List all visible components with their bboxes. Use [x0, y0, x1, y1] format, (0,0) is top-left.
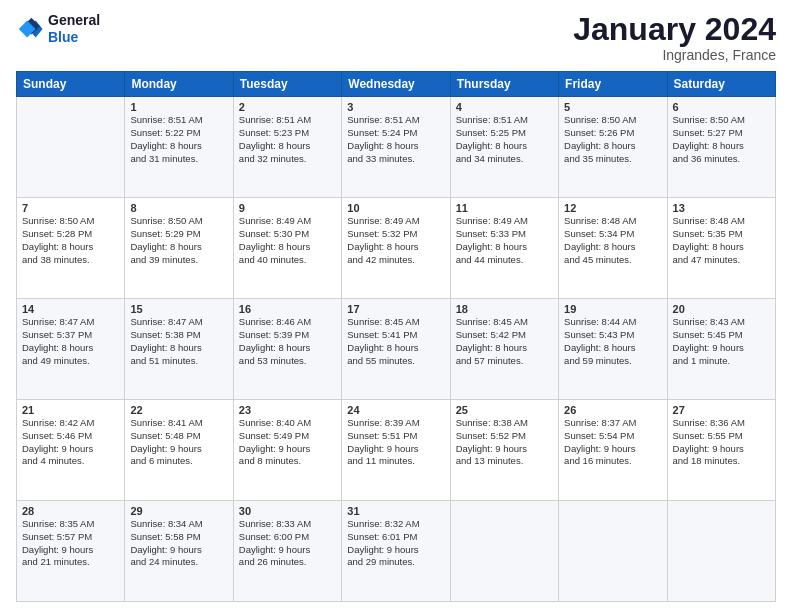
- day-number: 20: [673, 303, 770, 315]
- title-block: January 2024 Ingrandes, France: [573, 12, 776, 63]
- day-number: 27: [673, 404, 770, 416]
- day-info: Sunrise: 8:49 AM Sunset: 5:32 PM Dayligh…: [347, 215, 444, 266]
- day-info: Sunrise: 8:48 AM Sunset: 5:35 PM Dayligh…: [673, 215, 770, 266]
- day-info: Sunrise: 8:50 AM Sunset: 5:27 PM Dayligh…: [673, 114, 770, 165]
- logo-line1: General: [48, 12, 100, 29]
- weekday-header-tuesday: Tuesday: [233, 72, 341, 97]
- day-number: 24: [347, 404, 444, 416]
- day-info: Sunrise: 8:34 AM Sunset: 5:58 PM Dayligh…: [130, 518, 227, 569]
- day-number: 10: [347, 202, 444, 214]
- day-info: Sunrise: 8:42 AM Sunset: 5:46 PM Dayligh…: [22, 417, 119, 468]
- calendar-cell: [17, 97, 125, 198]
- calendar-body: 1Sunrise: 8:51 AM Sunset: 5:22 PM Daylig…: [17, 97, 776, 602]
- day-number: 26: [564, 404, 661, 416]
- day-info: Sunrise: 8:48 AM Sunset: 5:34 PM Dayligh…: [564, 215, 661, 266]
- day-number: 9: [239, 202, 336, 214]
- calendar-cell: 26Sunrise: 8:37 AM Sunset: 5:54 PM Dayli…: [559, 400, 667, 501]
- day-info: Sunrise: 8:37 AM Sunset: 5:54 PM Dayligh…: [564, 417, 661, 468]
- calendar-header: SundayMondayTuesdayWednesdayThursdayFrid…: [17, 72, 776, 97]
- day-info: Sunrise: 8:50 AM Sunset: 5:28 PM Dayligh…: [22, 215, 119, 266]
- day-info: Sunrise: 8:41 AM Sunset: 5:48 PM Dayligh…: [130, 417, 227, 468]
- calendar-table: SundayMondayTuesdayWednesdayThursdayFrid…: [16, 71, 776, 602]
- calendar-cell: 4Sunrise: 8:51 AM Sunset: 5:25 PM Daylig…: [450, 97, 558, 198]
- calendar-cell: 24Sunrise: 8:39 AM Sunset: 5:51 PM Dayli…: [342, 400, 450, 501]
- day-number: 6: [673, 101, 770, 113]
- calendar-cell: 13Sunrise: 8:48 AM Sunset: 5:35 PM Dayli…: [667, 198, 775, 299]
- day-info: Sunrise: 8:51 AM Sunset: 5:24 PM Dayligh…: [347, 114, 444, 165]
- day-number: 18: [456, 303, 553, 315]
- calendar-cell: 19Sunrise: 8:44 AM Sunset: 5:43 PM Dayli…: [559, 299, 667, 400]
- day-info: Sunrise: 8:45 AM Sunset: 5:42 PM Dayligh…: [456, 316, 553, 367]
- day-info: Sunrise: 8:51 AM Sunset: 5:22 PM Dayligh…: [130, 114, 227, 165]
- day-info: Sunrise: 8:47 AM Sunset: 5:38 PM Dayligh…: [130, 316, 227, 367]
- logo-icon: [16, 15, 44, 43]
- day-info: Sunrise: 8:51 AM Sunset: 5:23 PM Dayligh…: [239, 114, 336, 165]
- day-number: 7: [22, 202, 119, 214]
- day-info: Sunrise: 8:51 AM Sunset: 5:25 PM Dayligh…: [456, 114, 553, 165]
- calendar-cell: 15Sunrise: 8:47 AM Sunset: 5:38 PM Dayli…: [125, 299, 233, 400]
- day-number: 14: [22, 303, 119, 315]
- day-info: Sunrise: 8:50 AM Sunset: 5:29 PM Dayligh…: [130, 215, 227, 266]
- calendar-cell: 18Sunrise: 8:45 AM Sunset: 5:42 PM Dayli…: [450, 299, 558, 400]
- calendar-cell: 20Sunrise: 8:43 AM Sunset: 5:45 PM Dayli…: [667, 299, 775, 400]
- calendar-cell: 8Sunrise: 8:50 AM Sunset: 5:29 PM Daylig…: [125, 198, 233, 299]
- weekday-header-monday: Monday: [125, 72, 233, 97]
- calendar-week-5: 28Sunrise: 8:35 AM Sunset: 5:57 PM Dayli…: [17, 501, 776, 602]
- calendar-cell: 17Sunrise: 8:45 AM Sunset: 5:41 PM Dayli…: [342, 299, 450, 400]
- day-info: Sunrise: 8:33 AM Sunset: 6:00 PM Dayligh…: [239, 518, 336, 569]
- calendar-cell: 25Sunrise: 8:38 AM Sunset: 5:52 PM Dayli…: [450, 400, 558, 501]
- day-number: 25: [456, 404, 553, 416]
- day-number: 2: [239, 101, 336, 113]
- calendar-cell: 9Sunrise: 8:49 AM Sunset: 5:30 PM Daylig…: [233, 198, 341, 299]
- day-number: 3: [347, 101, 444, 113]
- calendar-cell: 12Sunrise: 8:48 AM Sunset: 5:34 PM Dayli…: [559, 198, 667, 299]
- weekday-header-friday: Friday: [559, 72, 667, 97]
- day-info: Sunrise: 8:38 AM Sunset: 5:52 PM Dayligh…: [456, 417, 553, 468]
- day-number: 5: [564, 101, 661, 113]
- day-info: Sunrise: 8:49 AM Sunset: 5:33 PM Dayligh…: [456, 215, 553, 266]
- day-info: Sunrise: 8:46 AM Sunset: 5:39 PM Dayligh…: [239, 316, 336, 367]
- weekday-header-thursday: Thursday: [450, 72, 558, 97]
- day-info: Sunrise: 8:47 AM Sunset: 5:37 PM Dayligh…: [22, 316, 119, 367]
- day-info: Sunrise: 8:43 AM Sunset: 5:45 PM Dayligh…: [673, 316, 770, 367]
- calendar-cell: 16Sunrise: 8:46 AM Sunset: 5:39 PM Dayli…: [233, 299, 341, 400]
- calendar-cell: 30Sunrise: 8:33 AM Sunset: 6:00 PM Dayli…: [233, 501, 341, 602]
- weekday-row: SundayMondayTuesdayWednesdayThursdayFrid…: [17, 72, 776, 97]
- main-title: January 2024: [573, 12, 776, 47]
- calendar-week-1: 1Sunrise: 8:51 AM Sunset: 5:22 PM Daylig…: [17, 97, 776, 198]
- day-number: 4: [456, 101, 553, 113]
- day-number: 23: [239, 404, 336, 416]
- calendar-cell: 11Sunrise: 8:49 AM Sunset: 5:33 PM Dayli…: [450, 198, 558, 299]
- logo-text: General Blue: [48, 12, 100, 46]
- calendar-cell: 10Sunrise: 8:49 AM Sunset: 5:32 PM Dayli…: [342, 198, 450, 299]
- day-info: Sunrise: 8:45 AM Sunset: 5:41 PM Dayligh…: [347, 316, 444, 367]
- calendar-week-4: 21Sunrise: 8:42 AM Sunset: 5:46 PM Dayli…: [17, 400, 776, 501]
- logo: General Blue: [16, 12, 100, 46]
- day-number: 22: [130, 404, 227, 416]
- day-info: Sunrise: 8:44 AM Sunset: 5:43 PM Dayligh…: [564, 316, 661, 367]
- day-info: Sunrise: 8:50 AM Sunset: 5:26 PM Dayligh…: [564, 114, 661, 165]
- calendar-cell: 22Sunrise: 8:41 AM Sunset: 5:48 PM Dayli…: [125, 400, 233, 501]
- page-header: General Blue January 2024 Ingrandes, Fra…: [16, 12, 776, 63]
- day-number: 30: [239, 505, 336, 517]
- calendar-cell: 1Sunrise: 8:51 AM Sunset: 5:22 PM Daylig…: [125, 97, 233, 198]
- calendar-cell: 5Sunrise: 8:50 AM Sunset: 5:26 PM Daylig…: [559, 97, 667, 198]
- weekday-header-sunday: Sunday: [17, 72, 125, 97]
- day-info: Sunrise: 8:39 AM Sunset: 5:51 PM Dayligh…: [347, 417, 444, 468]
- day-number: 17: [347, 303, 444, 315]
- day-number: 21: [22, 404, 119, 416]
- calendar-cell: [667, 501, 775, 602]
- calendar-cell: 27Sunrise: 8:36 AM Sunset: 5:55 PM Dayli…: [667, 400, 775, 501]
- calendar-cell: 3Sunrise: 8:51 AM Sunset: 5:24 PM Daylig…: [342, 97, 450, 198]
- day-number: 31: [347, 505, 444, 517]
- day-info: Sunrise: 8:35 AM Sunset: 5:57 PM Dayligh…: [22, 518, 119, 569]
- calendar-week-3: 14Sunrise: 8:47 AM Sunset: 5:37 PM Dayli…: [17, 299, 776, 400]
- day-number: 29: [130, 505, 227, 517]
- day-number: 16: [239, 303, 336, 315]
- subtitle: Ingrandes, France: [573, 47, 776, 63]
- weekday-header-saturday: Saturday: [667, 72, 775, 97]
- calendar-cell: 31Sunrise: 8:32 AM Sunset: 6:01 PM Dayli…: [342, 501, 450, 602]
- calendar-cell: 6Sunrise: 8:50 AM Sunset: 5:27 PM Daylig…: [667, 97, 775, 198]
- calendar-cell: 29Sunrise: 8:34 AM Sunset: 5:58 PM Dayli…: [125, 501, 233, 602]
- calendar-cell: 7Sunrise: 8:50 AM Sunset: 5:28 PM Daylig…: [17, 198, 125, 299]
